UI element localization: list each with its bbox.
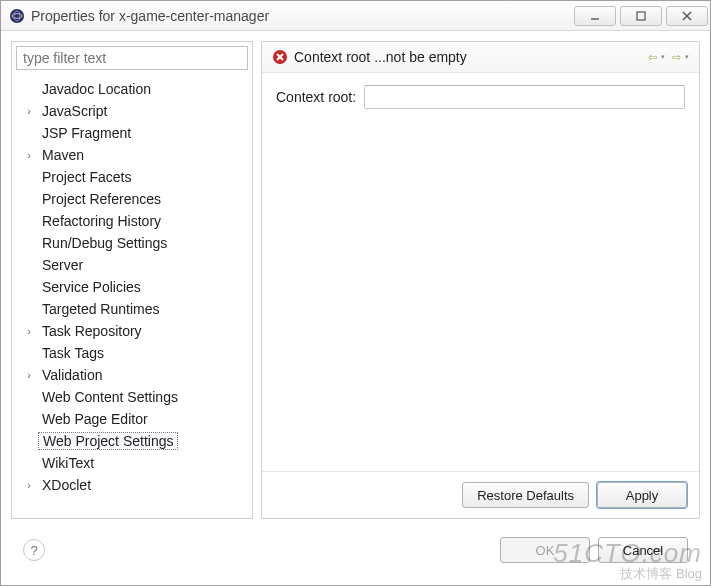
tree-item[interactable]: ›WikiText: [12, 452, 252, 474]
nav-forward-icon[interactable]: ⇨: [667, 48, 685, 66]
tree-item-label: Service Policies: [38, 279, 145, 295]
tree-item-label: Targeted Runtimes: [38, 301, 164, 317]
header-nav: ⇦ ▾ ⇨ ▾: [643, 48, 689, 66]
tree-item[interactable]: ›Javadoc Location: [12, 78, 252, 100]
nav-back-icon[interactable]: ⇦: [643, 48, 661, 66]
main-header: Context root ...not be empty ⇦ ▾ ⇨ ▾: [262, 42, 699, 73]
tree-item-label: JavaScript: [38, 103, 111, 119]
tree-item[interactable]: ›Validation: [12, 364, 252, 386]
category-tree[interactable]: ›Javadoc Location›JavaScript›JSP Fragmen…: [12, 74, 252, 518]
tree-item-label: Task Tags: [38, 345, 108, 361]
dialog-footer: ? OK Cancel: [11, 529, 700, 575]
tree-item[interactable]: ›Run/Debug Settings: [12, 232, 252, 254]
tree-item-label: Javadoc Location: [38, 81, 155, 97]
main-body: Context root:: [262, 73, 699, 471]
dialog-body: ›Javadoc Location›JavaScript›JSP Fragmen…: [1, 31, 710, 585]
close-button[interactable]: [666, 6, 708, 26]
context-root-row: Context root:: [276, 85, 685, 109]
tree-item-label: Project References: [38, 191, 165, 207]
cancel-button[interactable]: Cancel: [598, 537, 688, 563]
error-message: Context root ...not be empty: [294, 49, 637, 65]
tree-item-label: Task Repository: [38, 323, 146, 339]
nav-forward-menu-icon[interactable]: ▾: [685, 53, 689, 61]
tree-item-label: Web Page Editor: [38, 411, 152, 427]
tree-item[interactable]: ›Server: [12, 254, 252, 276]
eclipse-icon: [9, 8, 25, 24]
titlebar: Properties for x-game-center-manager: [1, 1, 710, 31]
minimize-button[interactable]: [574, 6, 616, 26]
window-title: Properties for x-game-center-manager: [31, 8, 570, 24]
main-panel: Context root ...not be empty ⇦ ▾ ⇨ ▾ Con…: [261, 41, 700, 519]
tree-item-label: Web Project Settings: [38, 432, 178, 450]
tree-item-label: JSP Fragment: [38, 125, 135, 141]
chevron-right-icon[interactable]: ›: [22, 479, 36, 491]
tree-item[interactable]: ›Task Tags: [12, 342, 252, 364]
chevron-right-icon[interactable]: ›: [22, 369, 36, 381]
ok-button[interactable]: OK: [500, 537, 590, 563]
tree-item[interactable]: ›Refactoring History: [12, 210, 252, 232]
error-icon: [272, 49, 288, 65]
context-root-input[interactable]: [364, 85, 685, 109]
tree-item[interactable]: ›JSP Fragment: [12, 122, 252, 144]
tree-item[interactable]: ›Web Content Settings: [12, 386, 252, 408]
tree-item[interactable]: ›Project References: [12, 188, 252, 210]
tree-item[interactable]: ›Targeted Runtimes: [12, 298, 252, 320]
tree-item-label: XDoclet: [38, 477, 95, 493]
chevron-right-icon[interactable]: ›: [22, 325, 36, 337]
tree-item-label: Project Facets: [38, 169, 135, 185]
tree-item-label: Refactoring History: [38, 213, 165, 229]
chevron-right-icon[interactable]: ›: [22, 149, 36, 161]
window-controls: [570, 6, 708, 26]
tree-item[interactable]: ›Service Policies: [12, 276, 252, 298]
tree-item-label: Web Content Settings: [38, 389, 182, 405]
tree-item[interactable]: ›JavaScript: [12, 100, 252, 122]
restore-defaults-button[interactable]: Restore Defaults: [462, 482, 589, 508]
tree-item[interactable]: ›Web Project Settings: [12, 430, 252, 452]
nav-back-menu-icon[interactable]: ▾: [661, 53, 665, 61]
apply-button[interactable]: Apply: [597, 482, 687, 508]
main-footer: Restore Defaults Apply: [262, 471, 699, 518]
sidebar: ›Javadoc Location›JavaScript›JSP Fragmen…: [11, 41, 253, 519]
tree-wrap: ›Javadoc Location›JavaScript›JSP Fragmen…: [12, 74, 252, 518]
content-row: ›Javadoc Location›JavaScript›JSP Fragmen…: [11, 41, 700, 519]
tree-item-label: Validation: [38, 367, 106, 383]
filter-wrap: [12, 42, 252, 74]
chevron-right-icon[interactable]: ›: [22, 105, 36, 117]
tree-item[interactable]: ›Maven: [12, 144, 252, 166]
filter-input[interactable]: [16, 46, 248, 70]
svg-rect-4: [637, 12, 645, 20]
tree-item-label: Run/Debug Settings: [38, 235, 171, 251]
tree-item-label: Maven: [38, 147, 88, 163]
dialog-window: Properties for x-game-center-manager ›Ja…: [0, 0, 711, 586]
tree-item-label: WikiText: [38, 455, 98, 471]
help-icon[interactable]: ?: [23, 539, 45, 561]
tree-item[interactable]: ›Task Repository: [12, 320, 252, 342]
tree-item[interactable]: ›Project Facets: [12, 166, 252, 188]
tree-item[interactable]: ›Web Page Editor: [12, 408, 252, 430]
maximize-button[interactable]: [620, 6, 662, 26]
context-root-label: Context root:: [276, 89, 356, 105]
tree-item-label: Server: [38, 257, 87, 273]
tree-item[interactable]: ›XDoclet: [12, 474, 252, 496]
